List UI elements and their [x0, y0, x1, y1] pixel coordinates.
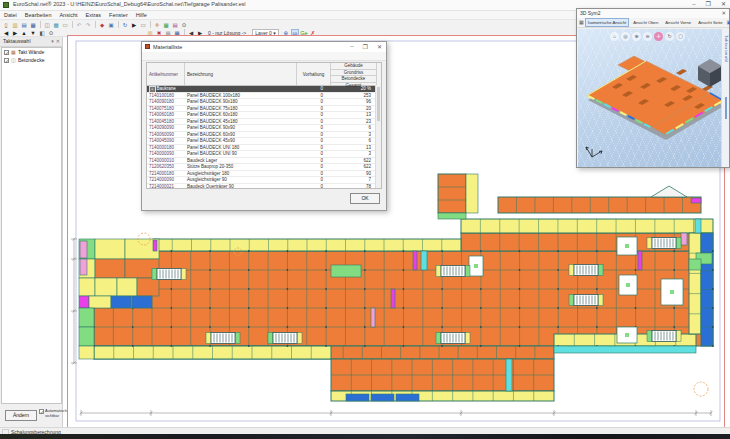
viewer3d-scrollbar[interactable]: [725, 97, 728, 119]
ok-button[interactable]: OK: [350, 193, 380, 204]
fit-icon[interactable]: ▢: [676, 32, 685, 41]
rect-select-icon[interactable]: ▭: [139, 21, 147, 29]
viewer3d-window: 3D Sym2 ✕ ▦Isometrische AnsichtAnsicht O…: [576, 8, 730, 168]
dialog-menubar: Datei: [142, 52, 386, 61]
refresh-icon[interactable]: ↻: [121, 21, 129, 29]
tree-item-label: Takt Wände: [18, 49, 44, 55]
col-vorhaltung[interactable]: Vorhaltung: [297, 63, 331, 85]
change-button[interactable]: Ändern: [5, 410, 37, 421]
undo-icon[interactable]: ↶: [75, 21, 83, 29]
zoom-window-icon[interactable]: ◧: [38, 29, 46, 37]
wall-icon: ▦: [11, 50, 16, 55]
move-icon[interactable]: ✛: [153, 21, 161, 29]
dialog-maximize-button[interactable]: ❐: [363, 43, 368, 50]
view-button-4[interactable]: Ansicht Seite: [695, 18, 725, 27]
slab-icon: ◫: [11, 58, 16, 63]
pin-view-icon[interactable]: ▣: [727, 19, 730, 26]
menu-ansicht[interactable]: Ansicht: [59, 12, 77, 18]
page-setup-icon[interactable]: ◫: [43, 21, 51, 29]
col-gesamt-stack[interactable]: GebäudeGrundrissBetondeckeGesamt: [331, 63, 377, 85]
menu-bearbeiten[interactable]: Bearbeiten: [25, 12, 52, 18]
expander-icon[interactable]: +: [149, 86, 156, 92]
pan-up-icon[interactable]: ▲: [20, 29, 28, 37]
zoom-out-icon[interactable]: ⊖: [643, 32, 652, 41]
viewer3d-title: 3D Sym2: [580, 10, 601, 16]
materialliste-dialog: Materialliste – ❐ ✕ Datei Artikelnummer …: [141, 41, 387, 211]
pan-down-icon[interactable]: ▼: [29, 29, 37, 37]
tree-checkbox[interactable]: ✓: [4, 50, 9, 55]
image-view-icon[interactable]: ▩: [52, 21, 60, 29]
open-folder-icon[interactable]: ▥: [11, 21, 19, 29]
save-icon[interactable]: ▤: [20, 21, 28, 29]
col-artikelnummer[interactable]: Artikelnummer: [147, 63, 185, 85]
pan-left-icon[interactable]: ◀: [2, 29, 10, 37]
save-all-icon[interactable]: ▦: [29, 21, 37, 29]
orbit-icon[interactable]: ◎: [621, 32, 630, 41]
tree-checkbox[interactable]: ✓: [4, 58, 9, 63]
close-panel-icon[interactable]: ✕: [56, 38, 60, 44]
side-tab[interactable]: Taktauswahl: [724, 35, 729, 63]
pin-icon[interactable]: ▾: [51, 38, 54, 44]
menu-datei[interactable]: Datei: [4, 12, 17, 18]
auto-visible-label: Automatisch sichtbar: [45, 409, 67, 418]
view-button-3[interactable]: Ansicht Vorne: [662, 18, 694, 27]
viewer3d-side-strip: Taktauswahl: [721, 29, 729, 167]
dialog-title: Materialliste: [153, 44, 182, 50]
table-row[interactable]: 7214000021Baudeck Querträger 90078: [147, 184, 381, 190]
dialog-close-button[interactable]: ✕: [377, 43, 382, 50]
dialog-minimize-button[interactable]: –: [350, 43, 353, 50]
dialog-icon: [145, 44, 150, 49]
paint-icon[interactable]: ◆: [98, 21, 106, 29]
tree-item-betondecke[interactable]: ✓◫Betondecke: [2, 56, 61, 64]
app-window: EuroSchal.net® 2023 - U:\HEINZ\EuroSchal…: [0, 0, 730, 439]
redo-icon[interactable]: ↷: [84, 21, 92, 29]
zoom-icon[interactable]: ⊙: [180, 21, 188, 29]
screenshot-icon[interactable]: ▣: [107, 21, 115, 29]
print-icon[interactable]: ▭: [61, 21, 69, 29]
new-file-icon[interactable]: ▯: [2, 21, 10, 29]
pan-right-icon[interactable]: ▶: [11, 29, 19, 37]
material-table: Artikelnummer Bezeichnung Vorhaltung Geb…: [146, 62, 382, 189]
table-icon[interactable]: ▤: [171, 21, 179, 29]
viewer3d-toolbar: ▦Isometrische AnsichtAnsicht ObenAnsicht…: [577, 18, 729, 28]
menu-hilfe[interactable]: Hilfe: [136, 12, 147, 18]
app-icon: [3, 2, 9, 8]
table-scrollbar[interactable]: [375, 85, 381, 189]
viewer3d-viewport[interactable]: ⌂◎⊕⊖✛↻▢: [578, 29, 723, 167]
material-list-icon[interactable]: ▦: [162, 21, 170, 29]
home-icon[interactable]: ⌂: [610, 32, 619, 41]
menu-extras[interactable]: Extras: [86, 12, 102, 18]
tree-item-takt-wände[interactable]: ✓▦Takt Wände: [2, 48, 61, 56]
desktop-edge: [0, 434, 730, 439]
window-title: EuroSchal.net® 2023 - U:\HEINZ\EuroSchal…: [13, 1, 246, 7]
view-button-1[interactable]: Isometrische Ansicht: [585, 18, 629, 27]
auto-visible-checkbox[interactable]: ✓: [39, 409, 44, 414]
menu-fenster[interactable]: Fenster: [109, 12, 128, 18]
view-button-2[interactable]: Ansicht Oben: [630, 18, 661, 27]
col-bezeichnung[interactable]: Bezeichnung: [185, 63, 297, 85]
zoom-in-icon[interactable]: ⊕: [632, 32, 641, 41]
pan-icon[interactable]: ✛: [654, 32, 663, 41]
table-header: Artikelnummer Bezeichnung Vorhaltung Geb…: [147, 63, 381, 86]
takt-panel: Taktauswahl ▾ ✕ ✓▦Takt Wände✓◫Betondecke…: [0, 37, 63, 427]
zoom-all-icon[interactable]: ⊙: [47, 29, 55, 37]
rotate-icon[interactable]: ↻: [665, 32, 674, 41]
grid-3d-icon[interactable]: ▦: [579, 19, 584, 26]
pointer-icon[interactable]: ▶: [130, 21, 138, 29]
takt-tree: ✓▦Takt Wände✓◫Betondecke: [1, 47, 62, 404]
tree-item-label: Betondecke: [18, 57, 44, 63]
viewer3d-close-icon[interactable]: ✕: [721, 10, 726, 16]
iso-model: [578, 29, 723, 167]
takt-panel-title: Taktauswahl: [3, 38, 31, 44]
